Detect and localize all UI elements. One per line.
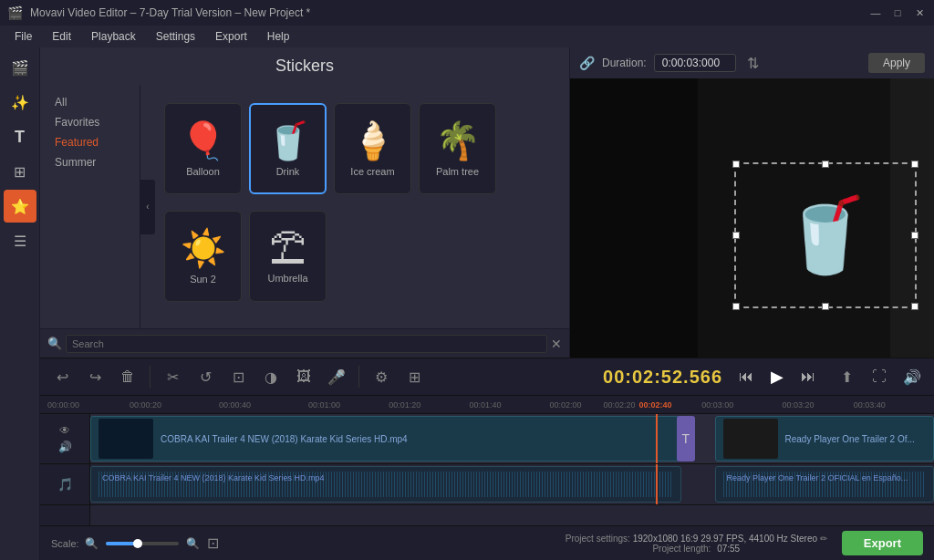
sticker-icecream[interactable]: 🍦 Ice cream (334, 103, 411, 194)
audio-clip-2[interactable]: Ready Player One Trailer 2 OFICIAL en Es… (715, 466, 935, 503)
duration-spinner[interactable]: ⇅ (747, 55, 759, 72)
crop-button[interactable]: ⊡ (223, 362, 253, 391)
ruler-mark-3: 00:01:00 (308, 400, 340, 410)
audio-button[interactable]: 🎤 (322, 362, 351, 391)
skip-forward-button[interactable]: ⏭ (795, 364, 821, 389)
preview-canvas: 🥤 (570, 78, 934, 358)
track-label-video: 👁 🔊 (40, 414, 89, 464)
category-summer[interactable]: Summer (47, 152, 132, 172)
menu-playback[interactable]: Playback (82, 28, 145, 45)
zoom-in-icon[interactable]: 🔍 (186, 537, 200, 550)
bottom-bar: Scale: 🔍 🔍 ⊡ Project settings: 1920x1080… (40, 525, 934, 560)
ruler-mark-5: 00:01:40 (469, 400, 501, 410)
music-icon[interactable]: 🎵 (57, 477, 73, 492)
sticker-balloon[interactable]: 🎈 Balloon (164, 103, 242, 194)
undo-button[interactable]: ↩ (47, 362, 77, 391)
cut-button[interactable]: ✂ (158, 362, 187, 391)
scale-thumb[interactable] (133, 539, 142, 548)
fullscreen-button[interactable]: ⛶ (865, 362, 894, 391)
menu-export[interactable]: Export (206, 28, 256, 45)
stickers-body: All Favorites Featured Summer ‹ 🎈 Balloo… (40, 85, 569, 328)
umbrella-icon: ⛱ (270, 228, 306, 269)
tool-transitions[interactable]: ⊞ (4, 155, 36, 188)
category-favorites[interactable]: Favorites (47, 112, 132, 132)
apply-button[interactable]: Apply (868, 53, 925, 73)
handle-bottomcenter[interactable] (822, 303, 829, 310)
toolbar-separator-1 (150, 366, 150, 388)
zoom-out-icon[interactable]: 🔍 (85, 537, 99, 550)
ruler-mark-2: 00:00:40 (219, 400, 251, 410)
menu-file[interactable]: File (5, 28, 41, 45)
category-all[interactable]: All (47, 92, 132, 112)
tool-filters[interactable]: ☰ (4, 224, 36, 257)
export-clip-button[interactable]: ⬆ (832, 362, 861, 391)
insert-button[interactable]: 🖼 (289, 362, 318, 391)
scale-fill (106, 542, 135, 545)
sticker-track-marker[interactable]: T (677, 416, 695, 461)
search-clear-button[interactable]: ✕ (551, 337, 562, 351)
fit-to-screen-button[interactable]: ⊡ (207, 534, 219, 552)
project-info: Project settings: 1920x1080 16:9 29.97 F… (566, 534, 827, 554)
rotate-button[interactable]: ↺ (191, 362, 220, 391)
handle-midleft[interactable] (732, 232, 740, 239)
tool-text[interactable]: T (4, 120, 36, 153)
delete-button[interactable]: 🗑 (113, 362, 142, 391)
export-button[interactable]: Export (842, 531, 923, 555)
handle-midright[interactable] (911, 232, 918, 239)
skip-back-button[interactable]: ⏮ (733, 364, 759, 389)
track-labels: 👁 🔊 🎵 (40, 414, 90, 525)
sticker-drink[interactable]: 🥤 Drink (249, 103, 327, 194)
handle-bottomleft[interactable] (732, 303, 740, 310)
editor-toolbar: ↩ ↪ 🗑 ✂ ↺ ⊡ ◑ 🖼 🎤 ⚙ ⊞ 00:02:52.566 ⏮ ▶ ⏭… (40, 358, 934, 396)
filter-button[interactable]: ⊞ (400, 362, 429, 391)
collapse-panel-button[interactable]: ‹ (140, 180, 155, 234)
video-clip-2[interactable]: Ready Player One Trailer 2 Of... (715, 416, 935, 461)
project-settings-value: 1920x1080 16:9 29.97 FPS, 44100 Hz Stere… (633, 534, 817, 544)
timeline-content: 👁 🔊 🎵 (40, 414, 934, 525)
close-button[interactable]: ✕ (912, 5, 927, 20)
handle-topleft[interactable] (732, 161, 740, 168)
eye-icon[interactable]: 👁 (59, 424, 70, 437)
menu-edit[interactable]: Edit (43, 28, 80, 45)
clip-thumbnail-2 (723, 419, 778, 459)
handle-topcenter[interactable] (822, 161, 829, 168)
stickers-panel: Stickers All Favorites Featured Summer ‹… (40, 47, 569, 358)
preview-video: 🥤 (570, 78, 934, 358)
category-featured[interactable]: Featured (47, 132, 132, 152)
audio-track-icon[interactable]: 🔊 (58, 441, 72, 453)
link-icon: 🔗 (579, 56, 595, 70)
audio-clip-1[interactable]: COBRA KAI Trailer 4 NEW (2018) Karate Ki… (90, 466, 681, 503)
video-track: COBRA KAI Trailer 4 NEW (2018) Karate Ki… (90, 414, 934, 464)
sticker-selection-box[interactable]: 🥤 (734, 162, 917, 308)
search-input[interactable] (66, 335, 547, 353)
ruler-mark-9: 00:03:00 (701, 400, 733, 410)
menu-help[interactable]: Help (258, 28, 299, 45)
scale-slider[interactable] (106, 542, 179, 545)
umbrella-label: Umbrella (267, 273, 307, 284)
sticker-umbrella[interactable]: ⛱ Umbrella (249, 211, 327, 302)
video-clip-1[interactable]: COBRA KAI Trailer 4 NEW (2018) Karate Ki… (90, 416, 681, 461)
play-button[interactable]: ▶ (764, 364, 790, 389)
sun2-label: Sun 2 (190, 274, 216, 285)
toolbar-separator-2 (358, 366, 359, 388)
volume-button[interactable]: 🔊 (898, 362, 927, 391)
sticker-palmtree[interactable]: 🌴 Palm tree (419, 103, 496, 194)
tool-effects[interactable]: ✨ (4, 86, 36, 119)
tool-video[interactable]: 🎬 (4, 51, 36, 84)
handle-topright[interactable] (911, 161, 918, 168)
sticker-sun2[interactable]: ☀️ Sun 2 (164, 211, 242, 302)
redo-button[interactable]: ↪ (80, 362, 109, 391)
tool-stickers[interactable]: ⭐ (4, 190, 36, 223)
maximize-button[interactable]: □ (890, 5, 905, 20)
color-button[interactable]: ◑ (256, 362, 285, 391)
playhead[interactable] (656, 414, 658, 463)
handle-bottomright[interactable] (911, 303, 918, 310)
palmtree-label: Palm tree (436, 166, 479, 177)
duration-value[interactable]: 0:00:03:000 (654, 54, 736, 72)
top-section: Stickers All Favorites Featured Summer ‹… (40, 47, 934, 358)
title-bar: 🎬 Movavi Video Editor – 7-Day Trial Vers… (0, 0, 934, 26)
edit-settings-icon[interactable]: ✏ (820, 534, 827, 544)
minimize-button[interactable]: — (868, 5, 883, 20)
fx-button[interactable]: ⚙ (367, 362, 396, 391)
menu-settings[interactable]: Settings (147, 28, 204, 45)
